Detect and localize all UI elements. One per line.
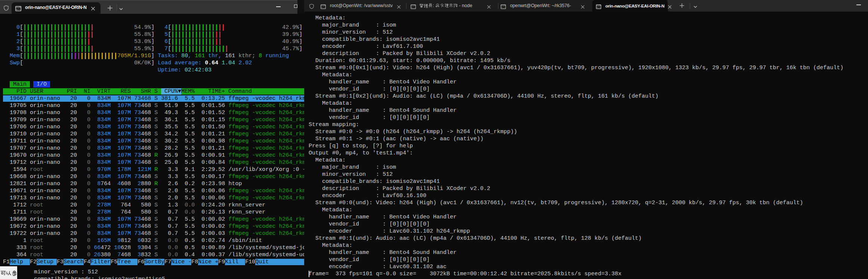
svg-text:c:\.: c:\. <box>411 6 416 8</box>
svg-text:c:\.: c:\. <box>321 6 326 8</box>
svg-text:c:\.: c:\. <box>597 6 601 8</box>
svg-text:c:\.: c:\. <box>501 6 506 8</box>
svg-text:c:\.: c:\. <box>16 8 21 10</box>
